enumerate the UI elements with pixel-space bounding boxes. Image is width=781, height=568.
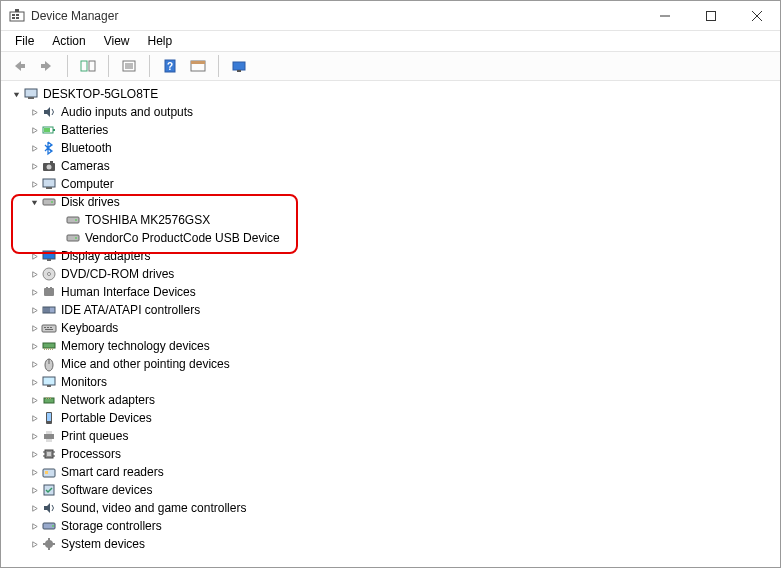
action-button[interactable] xyxy=(186,54,210,78)
expand-icon[interactable] xyxy=(27,522,41,531)
scan-hardware-button[interactable] xyxy=(227,54,251,78)
svg-rect-61 xyxy=(52,348,53,350)
tree-category-camera[interactable]: Cameras xyxy=(5,157,780,175)
svg-point-30 xyxy=(47,165,52,170)
monitor-icon xyxy=(41,374,57,390)
battery-icon xyxy=(41,122,57,138)
disk-icon xyxy=(41,194,57,210)
expand-icon[interactable] xyxy=(27,144,41,153)
svg-rect-12 xyxy=(81,61,87,71)
mouse-icon xyxy=(41,356,57,372)
expand-icon[interactable] xyxy=(27,288,41,297)
device-tree[interactable]: DESKTOP-5GLO8TEAudio inputs and outputsB… xyxy=(1,81,780,567)
tree-device[interactable]: VendorCo ProductCode USB Device xyxy=(5,229,780,247)
expand-icon[interactable] xyxy=(27,396,41,405)
svg-rect-33 xyxy=(46,187,52,189)
tree-category-hid[interactable]: Human Interface Devices xyxy=(5,283,780,301)
tree-category-portable[interactable]: Portable Devices xyxy=(5,409,780,427)
tree-category-system[interactable]: System devices xyxy=(5,535,780,553)
expand-icon[interactable] xyxy=(27,468,41,477)
svg-rect-60 xyxy=(50,348,51,350)
expand-icon[interactable] xyxy=(27,378,41,387)
collapse-icon[interactable] xyxy=(27,198,41,207)
tree-root[interactable]: DESKTOP-5GLO8TE xyxy=(5,85,780,103)
tree-category-smartcard[interactable]: Smart card readers xyxy=(5,463,780,481)
tree-item-label: Keyboards xyxy=(61,319,118,337)
svg-rect-54 xyxy=(50,327,52,328)
tree-category-display[interactable]: Display adapters xyxy=(5,247,780,265)
network-icon xyxy=(41,392,57,408)
ide-icon xyxy=(41,302,57,318)
app-icon xyxy=(9,8,25,24)
svg-rect-90 xyxy=(52,543,55,545)
close-button[interactable] xyxy=(734,1,780,31)
expand-icon[interactable] xyxy=(27,360,41,369)
svg-rect-28 xyxy=(44,128,50,132)
tree-category-cpu[interactable]: Processors xyxy=(5,445,780,463)
expand-icon[interactable] xyxy=(27,108,41,117)
expand-icon[interactable] xyxy=(27,414,41,423)
tree-category-printer[interactable]: Print queues xyxy=(5,427,780,445)
back-button[interactable] xyxy=(7,54,31,78)
menu-action[interactable]: Action xyxy=(44,33,93,49)
forward-button[interactable] xyxy=(35,54,59,78)
svg-rect-57 xyxy=(44,348,45,350)
menu-file[interactable]: File xyxy=(7,33,42,49)
tree-item-label: Display adapters xyxy=(61,247,150,265)
tree-item-label: Cameras xyxy=(61,157,110,175)
tree-category-bluetooth[interactable]: Bluetooth xyxy=(5,139,780,157)
menu-help[interactable]: Help xyxy=(140,33,181,49)
expand-icon[interactable] xyxy=(27,306,41,315)
toolbar-separator xyxy=(149,55,150,77)
tree-category-audio[interactable]: Sound, video and game controllers xyxy=(5,499,780,517)
tree-category-computer[interactable]: Computer xyxy=(5,175,780,193)
help-button[interactable]: ? xyxy=(158,54,182,78)
expand-icon[interactable] xyxy=(27,540,41,549)
tree-device[interactable]: TOSHIBA MK2576GSX xyxy=(5,211,780,229)
computer_root-icon xyxy=(23,86,39,102)
minimize-button[interactable] xyxy=(642,1,688,31)
expand-icon[interactable] xyxy=(27,252,41,261)
tree-category-disk[interactable]: Disk drives xyxy=(5,193,780,211)
tree-category-memory[interactable]: Memory technology devices xyxy=(5,337,780,355)
tree-item-label: Storage controllers xyxy=(61,517,162,535)
tree-item-label: Memory technology devices xyxy=(61,337,210,355)
properties-button[interactable] xyxy=(117,54,141,78)
menu-view[interactable]: View xyxy=(96,33,138,49)
svg-point-86 xyxy=(45,540,53,548)
tree-category-battery[interactable]: Batteries xyxy=(5,121,780,139)
expand-icon[interactable] xyxy=(27,504,41,513)
svg-rect-76 xyxy=(47,452,51,456)
expand-icon[interactable] xyxy=(27,126,41,135)
memory-icon xyxy=(41,338,57,354)
tree-category-software[interactable]: Software devices xyxy=(5,481,780,499)
tree-category-storage[interactable]: Storage controllers xyxy=(5,517,780,535)
maximize-button[interactable] xyxy=(688,1,734,31)
tree-category-network[interactable]: Network adapters xyxy=(5,391,780,409)
expand-icon[interactable] xyxy=(27,432,41,441)
menubar: File Action View Help xyxy=(1,31,780,51)
tree-item-label: Computer xyxy=(61,175,114,193)
tree-category-audio[interactable]: Audio inputs and outputs xyxy=(5,103,780,121)
svg-rect-10 xyxy=(21,64,25,68)
tree-item-label: IDE ATA/ATAPI controllers xyxy=(61,301,200,319)
expand-icon[interactable] xyxy=(27,342,41,351)
show-hide-console-button[interactable] xyxy=(76,54,100,78)
tree-category-ide[interactable]: IDE ATA/ATAPI controllers xyxy=(5,301,780,319)
tree-item-label: VendorCo ProductCode USB Device xyxy=(85,229,280,247)
expand-icon[interactable] xyxy=(27,162,41,171)
expand-icon[interactable] xyxy=(27,486,41,495)
tree-category-dvd[interactable]: DVD/CD-ROM drives xyxy=(5,265,780,283)
tree-category-monitor[interactable]: Monitors xyxy=(5,373,780,391)
expand-icon[interactable] xyxy=(27,324,41,333)
tree-item-label: Mice and other pointing devices xyxy=(61,355,230,373)
tree-category-mouse[interactable]: Mice and other pointing devices xyxy=(5,355,780,373)
tree-category-keyboard[interactable]: Keyboards xyxy=(5,319,780,337)
svg-text:?: ? xyxy=(167,61,173,72)
expand-icon[interactable] xyxy=(27,270,41,279)
expand-icon[interactable] xyxy=(27,450,41,459)
collapse-icon[interactable] xyxy=(9,90,23,99)
computer-icon xyxy=(41,176,57,192)
expand-icon[interactable] xyxy=(27,180,41,189)
svg-rect-3 xyxy=(12,17,15,19)
